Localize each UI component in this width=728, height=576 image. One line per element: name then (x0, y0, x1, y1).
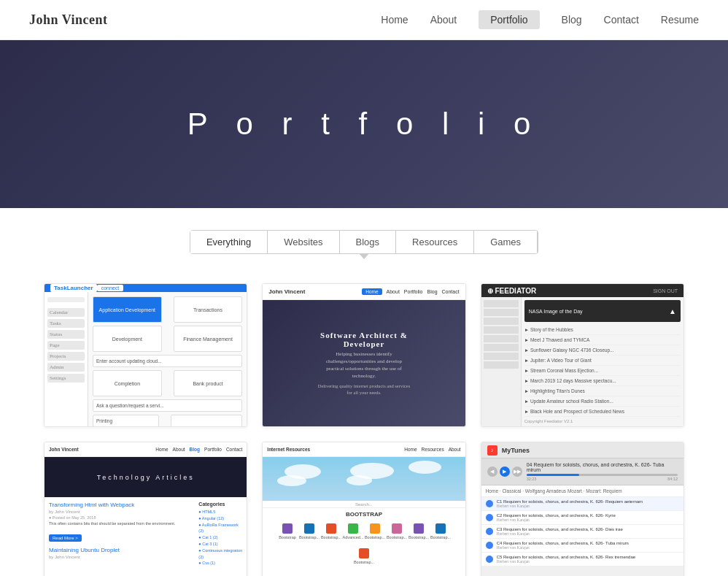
blog-title: Technology Articles (97, 474, 195, 481)
list-item[interactable]: C5 Requiem for soloists, chorus, and orc… (481, 553, 684, 567)
track-info: 04 Requiem for soloists, chorus, and orc… (527, 462, 678, 481)
blog-nav: John Vincent Home About Blog Portfolio C… (44, 442, 247, 457)
mytunes-header: ♪ MyTunes (481, 442, 684, 458)
tab-indicator (359, 253, 369, 259)
song-dot (486, 528, 493, 535)
mytunes-breadcrumb: Home · Classical · Wolfgang Amadeus Moza… (481, 485, 684, 497)
next-button[interactable]: ▶▶ (512, 466, 522, 477)
portfolio-item-mytunes[interactable]: ♪ MyTunes ◀ ▶ ▶▶ 04 Requiem for soloists… (481, 442, 684, 576)
portfolio-item-tasklauncher[interactable]: TaskLauncher connect Calendar Tasks Stat… (44, 283, 247, 427)
filter-tab-everything[interactable]: Everything (190, 231, 268, 253)
time-total: 84:12 (667, 477, 678, 481)
tl-left-panel: Calendar Tasks Status Page Projects Admi… (44, 292, 88, 426)
song-dot (486, 514, 493, 521)
mytunes-screenshot: ♪ MyTunes ◀ ▶ ▶▶ 04 Requiem for soloists… (481, 442, 684, 576)
mytunes-title: MyTunes (502, 447, 530, 454)
progress-fill (527, 474, 580, 476)
jv-portfolio-screenshot: John Vincent Home About Portfolio Blog C… (263, 284, 465, 426)
list-item[interactable]: C3 Requiem for soloists, chorus, and orc… (481, 525, 684, 539)
track-name: 04 Requiem for soloists, chorus, and orc… (527, 462, 678, 472)
song-composer: Herbert von Karajan (497, 545, 629, 550)
nav-blog[interactable]: Blog (562, 14, 582, 26)
resources-screenshot: Internet Resources Home Resources About … (263, 442, 465, 576)
portfolio-item-jv-portfolio[interactable]: John Vincent Home About Portfolio Blog C… (262, 283, 465, 427)
bootstrap-label: BOOTSTRAP (267, 511, 460, 518)
feediator-screenshot: ⊕ FEEDIATOR SIGN OUT NASA Image of the D (481, 284, 684, 426)
song-dot (486, 500, 493, 507)
filter-tabs: Everything Websites Blogs Resources Game… (190, 230, 538, 254)
mytunes-player: ◀ ▶ ▶▶ 04 Requiem for soloists, chorus, … (481, 458, 684, 485)
filter-tab-blogs[interactable]: Blogs (340, 231, 397, 253)
blog-post-1-title: Transforming Html with Webpack (49, 502, 194, 508)
nav-about[interactable]: About (430, 14, 457, 26)
tl-right-panel: Application Development Transactions Dev… (88, 292, 247, 426)
blog-post-2: Maintaining Ubuntu Droplet by John Vince… (49, 547, 194, 559)
page-title: P o r t f o l i o (187, 107, 541, 142)
blog-post-2-author: by John Vincent (49, 555, 194, 559)
feediator-main: NASA Image of the Day ▲ ► Story of the H… (522, 297, 684, 426)
list-item[interactable]: C4 Requiem for soloists, chorus, and orc… (481, 539, 684, 553)
bootstrap-icons: Bootstrap Bootstrap... Bootstrap... Adva… (267, 521, 460, 567)
nav-links: Home About Portfolio Blog Contact Resume (381, 10, 699, 29)
nav-resume[interactable]: Resume (661, 14, 699, 26)
blog-hero: Technology Articles (44, 457, 247, 497)
feediator-sidebar (481, 297, 522, 426)
jv-portfolio-nav: John Vincent Home About Portfolio Blog C… (263, 284, 465, 300)
portfolio-item-resources[interactable]: Internet Resources Home Resources About … (262, 442, 465, 576)
feediator-header: ⊕ FEEDIATOR SIGN OUT (481, 284, 684, 297)
nav-portfolio[interactable]: Portfolio (479, 10, 539, 29)
tasklauncher-screenshot: TaskLauncher connect Calendar Tasks Stat… (44, 284, 247, 426)
song-dot (486, 556, 493, 563)
nav-home[interactable]: Home (381, 14, 408, 26)
prev-button[interactable]: ◀ (487, 466, 497, 477)
hero-section: P o r t f o l i o (0, 40, 728, 208)
list-item[interactable]: C2 Requiem for soloists, chorus, and orc… (481, 511, 684, 525)
jv-hero-section: Software Architect &Developer Helping bu… (263, 300, 465, 426)
player-controls: ◀ ▶ ▶▶ (487, 466, 522, 477)
nav-contact[interactable]: Contact (604, 14, 639, 26)
jv-hero-title: Software Architect &Developer (320, 331, 408, 348)
song-composer: Herbert von Karajan (497, 559, 635, 564)
feediator-banner: NASA Image of the Day ▲ (524, 300, 681, 322)
song-list: C1 Requiem for soloists, chorus, and orc… (481, 497, 684, 576)
bootstrap-section: BOOTSTRAP Bootstrap Bootstrap... Bootstr… (263, 508, 465, 576)
portfolio-item-feediator[interactable]: ⊕ FEEDIATOR SIGN OUT NASA Image of the D (481, 283, 684, 427)
blog-content: Transforming Html with Webpack by John V… (44, 497, 247, 576)
song-dot (486, 542, 493, 549)
blog-post-1-author: by John Vincent (49, 510, 194, 514)
tech-blog-screenshot: John Vincent Home About Blog Portfolio C… (44, 442, 247, 576)
feediator-body: NASA Image of the Day ▲ ► Story of the H… (481, 297, 684, 426)
song-composer: Herbert von Karajan (497, 531, 623, 536)
resources-nav: Internet Resources Home Resources About (263, 442, 465, 457)
song-composer: Herbert von Karajan (497, 518, 616, 522)
filter-tab-resources[interactable]: Resources (396, 231, 474, 253)
song-composer: Herbert von Karajan (497, 504, 643, 508)
tl-sidebar: Calendar Tasks Status Page Projects Admi… (44, 292, 247, 426)
progress-bar[interactable] (527, 474, 678, 476)
clouds-hero (263, 457, 465, 501)
blog-post-1: Transforming Html with Webpack by John V… (49, 502, 194, 542)
portfolio-item-tech-blog[interactable]: John Vincent Home About Blog Portfolio C… (44, 442, 247, 576)
nav-brand[interactable]: John Vincent (29, 12, 108, 28)
filter-tab-games[interactable]: Games (474, 231, 538, 253)
tl-header: TaskLauncher connect (44, 284, 247, 292)
mytunes-logo-icon: ♪ (487, 445, 497, 456)
time-elapsed: 32:23 (527, 477, 537, 481)
blog-post-2-title: Maintaining Ubuntu Droplet (49, 547, 194, 553)
filter-bar: Everything Websites Blogs Resources Game… (0, 230, 728, 254)
jv-hero-desc: Helping businesses identify challenges/o… (317, 351, 411, 380)
portfolio-grid: TaskLauncher connect Calendar Tasks Stat… (0, 269, 728, 576)
list-item[interactable]: C1 Requiem for soloists, chorus, and orc… (481, 497, 684, 511)
play-button[interactable]: ▶ (500, 466, 510, 477)
main-nav: John Vincent Home About Portfolio Blog C… (0, 0, 728, 40)
filter-tab-websites[interactable]: Websites (268, 231, 339, 253)
